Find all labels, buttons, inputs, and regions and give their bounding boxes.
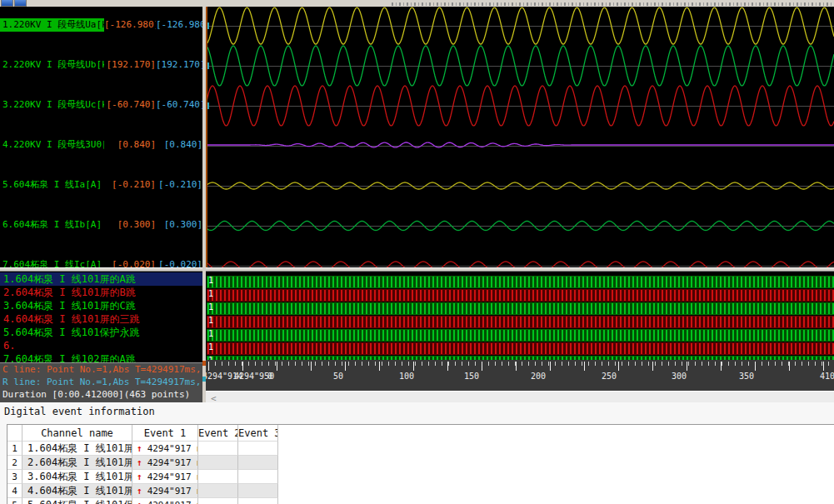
- digital-bar-state: 1: [208, 275, 213, 286]
- channel-label: 5.604柘泉 I 线Ia[A]: [0, 178, 104, 192]
- channel-value-cursor: [0.840]: [156, 138, 202, 152]
- row-event2: [198, 442, 238, 456]
- channel-value-instant: [-0.020]: [104, 258, 156, 267]
- toolbar-button-1[interactable]: [1, 0, 13, 7]
- channel-label: 7.604柘泉 I 线Ic[A]: [0, 258, 104, 267]
- digital-channel-row[interactable]: 5.604柘泉 I 线101保护永跳: [0, 326, 202, 339]
- rising-edge-icon: ↑: [137, 443, 142, 454]
- row-filler: [278, 456, 834, 470]
- analog-waveforms[interactable]: [206, 7, 834, 267]
- ruler-label: 350: [739, 372, 754, 381]
- digital-bar-state: 1: [208, 342, 213, 352]
- digital-bar[interactable]: 1: [207, 316, 834, 328]
- header-event2: Event 2: [198, 425, 238, 442]
- channel-value-cursor: [192.170]: [156, 58, 202, 72]
- table-header-row: Channel name Event 1 Event 2 Event 3: [7, 425, 834, 442]
- analog-channel-row[interactable]: 4.220KV I 段母线3U0[kV] [0.840] [0.840]: [0, 138, 202, 152]
- ruler-label: 250: [602, 372, 617, 381]
- channel-label: 3.220KV I 段母线Uc[kV]: [0, 98, 104, 112]
- digital-bar[interactable]: 1: [207, 276, 834, 288]
- duration-status: Duration [0:00.412000](463 points): [0, 388, 202, 401]
- rising-edge-icon: ↑: [137, 472, 142, 482]
- ruler-label: 50: [333, 372, 343, 381]
- digital-channel-row[interactable]: 4.604柘泉 I 线101屏的三跳: [0, 312, 202, 326]
- digital-bar-state: 1: [208, 288, 213, 299]
- digital-channel-row[interactable]: 2.604柘泉 I 线101屏的B跳: [0, 286, 202, 299]
- channel-value-cursor: [-126.980]: [156, 18, 202, 32]
- table-row[interactable]: 2 2.604柘泉 I 线101屏的B跳 ↑4294"917 ms: [7, 456, 834, 470]
- row-filler: [278, 484, 834, 498]
- digital-bar[interactable]: 1: [207, 342, 834, 355]
- row-number: 2: [7, 456, 22, 470]
- analog-channel-row[interactable]: 3.220KV I 段母线Uc[kV] [-60.740] [-60.740]: [0, 98, 202, 112]
- row-event2: [198, 498, 238, 504]
- channel-value-instant: [0.840]: [104, 138, 156, 152]
- row-number: 1: [7, 442, 22, 456]
- row-event3: [238, 470, 278, 484]
- analog-channel-row[interactable]: 2.220KV I 段母线Ub[kV] [192.170] [192.170]: [0, 58, 202, 72]
- table-row[interactable]: 5 5.604柘泉 I 线101保护永跳 ↑4294"917 ms: [7, 498, 834, 504]
- ruler-label: 100: [399, 372, 414, 381]
- digital-waveform-panel[interactable]: 1 1 1 1 1 1 1: [206, 272, 834, 360]
- row-channel-name: 2.604柘泉 I 线101屏的B跳: [22, 456, 132, 470]
- digital-bar-state: 1: [208, 302, 213, 312]
- header-channel-name: Channel name: [22, 425, 132, 442]
- row-event2: [198, 456, 238, 470]
- event-time: 4294"917 ms: [147, 457, 198, 468]
- digital-bar[interactable]: 1: [207, 302, 834, 315]
- channel-label: 2.220KV I 段母线Ub[kV]: [0, 58, 104, 72]
- table-row[interactable]: 1 1.604柘泉 I 线101屏的A跳 ↑4294"917 ms: [7, 442, 834, 456]
- row-filler: [278, 470, 834, 484]
- rising-edge-icon: ↑: [137, 486, 142, 497]
- analog-channel-row[interactable]: 6.604柘泉 I 线Ib[A] [0.300] [0.300]: [0, 218, 202, 232]
- row-event3: [238, 456, 278, 470]
- row-event1: ↑4294"917 ms: [132, 470, 198, 484]
- ruler-label: 300: [672, 372, 687, 381]
- table-row[interactable]: 4 4.604柘泉 I 线101屏的三跳 ↑4294"917 ms: [7, 484, 834, 498]
- digital-channel-row[interactable]: 6.: [0, 339, 202, 352]
- digital-channel-list: 1.604柘泉 I 线101屏的A跳 2.604柘泉 I 线101屏的B跳 3.…: [0, 272, 202, 362]
- row-filler: [278, 498, 834, 504]
- channel-value-instant: [-126.980]: [104, 18, 156, 32]
- digital-channel-row[interactable]: 3.604柘泉 I 线101屏的C跳: [0, 299, 202, 312]
- row-event3: [238, 498, 278, 504]
- channel-value-cursor: [-60.740]: [156, 98, 202, 112]
- event-time: 4294"917 ms: [147, 443, 198, 454]
- header-rownum: [7, 425, 22, 442]
- channel-label: 1.220KV I 段母线Ua[kV]: [0, 18, 104, 32]
- row-event3: [238, 484, 278, 498]
- channel-value-instant: [0.300]: [104, 218, 156, 232]
- titlebar-clipped-text: [392, 2, 834, 6]
- waveform-analyzer-window: 1.220KV I 段母线Ua[kV] [-126.980] [-126.980…: [0, 0, 834, 504]
- analog-channel-row[interactable]: 7.604柘泉 I 线Ic[A] [-0.020] [-0.020]: [0, 258, 202, 267]
- r-line-status: R line: Point No.=1,Abs T=4294917ms, Rel…: [0, 376, 202, 388]
- rising-edge-icon: ↑: [137, 500, 142, 504]
- digital-bar[interactable]: 1: [207, 289, 834, 302]
- row-number: 3: [7, 470, 22, 484]
- row-event2: [198, 484, 238, 498]
- row-channel-name: 1.604柘泉 I 线101屏的A跳: [22, 442, 132, 456]
- analog-channel-list: 1.220KV I 段母线Ua[kV] [-126.980] [-126.980…: [0, 7, 202, 267]
- table-row[interactable]: 3 3.604柘泉 I 线101屏的C跳 ↑4294"917 ms: [7, 470, 834, 484]
- digital-event-table: Channel name Event 1 Event 2 Event 3 1 1…: [7, 424, 834, 504]
- row-event1: ↑4294"917 ms: [132, 456, 198, 470]
- analog-channel-row[interactable]: 1.220KV I 段母线Ua[kV] [-126.980] [-126.980…: [0, 18, 202, 32]
- analog-waveform-panel[interactable]: [206, 7, 834, 267]
- header-filler: [278, 425, 834, 442]
- channel-value-cursor: [-0.020]: [156, 258, 202, 267]
- digital-channel-row[interactable]: 7.604柘泉 I 线102屏的A跳: [0, 352, 202, 362]
- time-ruler: 4294"914 4294"950 0 50 100 150 200 250 3…: [206, 360, 834, 391]
- ruler-label: 0: [267, 372, 272, 381]
- channel-value-cursor: [-0.210]: [156, 178, 202, 192]
- row-number: 4: [7, 484, 22, 498]
- row-channel-name: 3.604柘泉 I 线101屏的C跳: [22, 470, 132, 484]
- c-line-status: C line: Point No.=1,Abs T=4294917ms, Rel…: [0, 363, 202, 376]
- ruler-label: 200: [531, 372, 546, 381]
- digital-channel-row[interactable]: 1.604柘泉 I 线101屏的A跳: [0, 272, 202, 286]
- rising-edge-icon: ↑: [137, 457, 142, 468]
- section-title: Digital event information: [4, 406, 155, 417]
- analog-channel-row[interactable]: 5.604柘泉 I 线Ia[A] [-0.210] [-0.210]: [0, 178, 202, 192]
- toolbar-button-2[interactable]: [14, 0, 27, 7]
- header-event1: Event 1: [132, 425, 198, 442]
- digital-bar[interactable]: 1: [207, 329, 834, 342]
